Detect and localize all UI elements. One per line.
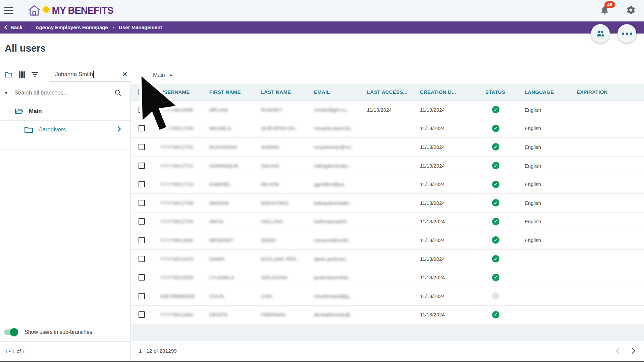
- cell-creation: 11/13/2024: [420, 200, 485, 206]
- chevron-down-icon: ▾: [5, 90, 7, 96]
- table-breadcrumb-main[interactable]: Main: [153, 72, 165, 78]
- triangle-right-icon: ▸: [170, 72, 173, 77]
- table-row[interactable]: YYYY9012692 MESERET DERO meseretdero36..…: [131, 231, 644, 250]
- select-all-checkbox[interactable]: [139, 89, 145, 95]
- cell-creation: 11/13/2024: [420, 144, 485, 150]
- back-label: Back: [10, 24, 22, 30]
- row-checkbox[interactable]: [139, 311, 145, 318]
- table-header-row: USERNAME FIRST NAME LAST NAME EMAIL LAST…: [131, 84, 644, 101]
- cell-language: English: [525, 237, 577, 243]
- cell-first-name: MADINA: [209, 200, 261, 206]
- row-checkbox[interactable]: [139, 237, 145, 243]
- branches-count: 1 - 1 of 1: [5, 348, 25, 354]
- more-actions-button[interactable]: [618, 24, 636, 43]
- table-row[interactable]: YYYY9011094 DENITA FREEMAN denitabloverl…: [131, 306, 644, 324]
- row-checkbox[interactable]: [139, 293, 145, 299]
- table-row[interactable]: YYYY9012708 MADINA BAKAYOKO bakayokomadi…: [131, 194, 644, 213]
- settings-button[interactable]: [626, 5, 637, 16]
- branches-panel: Johanna Smith ✕ ▾ Search all branches...…: [0, 66, 130, 361]
- show-sub-branches-toggle[interactable]: [4, 329, 17, 335]
- menu-icon[interactable]: [4, 7, 13, 14]
- breadcrumb-agency-homepage[interactable]: Agency Employers Homepage: [36, 24, 108, 30]
- row-checkbox[interactable]: [139, 256, 145, 262]
- cell-last-name: BAKAYOKO: [261, 200, 314, 206]
- app-logo[interactable]: ✹ MY BENEFITS: [28, 4, 113, 17]
- table-row[interactable]: 8367990B6558 CHUN CHO chunkchok3@g.. 11/…: [131, 287, 644, 306]
- cell-first-name: MESERET: [209, 237, 261, 243]
- table-row-count: 1 - 12 of 231299: [139, 348, 177, 354]
- columns-view-button[interactable]: [17, 70, 26, 79]
- table-row[interactable]: YYYY9012701 RUKHSANA AHMAN rosyamman@us.…: [131, 138, 644, 157]
- table-row[interactable]: YYYY9012700 MICAELA QUEVEDO-DA.. micaela…: [131, 119, 644, 138]
- column-header-username[interactable]: USERNAME: [160, 89, 209, 95]
- status-badge: [492, 125, 499, 132]
- user-search-input[interactable]: Johanna Smith: [49, 71, 120, 78]
- table-footer: 1 - 12 of 231299: [131, 341, 644, 361]
- table-row[interactable]: YYYY9012713 GABRIEL MILKINI ggmilkini@ya…: [131, 175, 644, 194]
- column-header-status[interactable]: STATUS: [485, 89, 525, 95]
- cell-username: YYYY9010526: [160, 275, 209, 280]
- table-row[interactable]: YYYY9010526 LYUDMILA GOLOVINA lyudmilane…: [131, 268, 644, 287]
- row-checkbox[interactable]: [139, 274, 145, 281]
- sub-branches-toggle-row: Show users in sub-branches: [0, 323, 130, 341]
- cell-first-name: AMYA: [209, 219, 261, 224]
- users-table: Main ▸ USERNAME FIRST NAME LAST NAME EMA…: [131, 66, 644, 361]
- column-header-last-name[interactable]: LAST NAME: [261, 89, 314, 95]
- brand-title: MY BENEFITS: [52, 5, 113, 16]
- branch-item-main[interactable]: Main: [0, 102, 130, 121]
- table-row[interactable]: YYYY9010423 DAWN KOZLARK PER.. dawn.perl…: [131, 250, 644, 268]
- status-badge: [492, 199, 499, 206]
- breadcrumb-user-management[interactable]: User Management: [119, 24, 162, 30]
- cell-creation: 11/13/2024: [420, 125, 485, 131]
- chevron-left-icon: [614, 348, 621, 354]
- cell-email: denitabloverly@..: [314, 312, 367, 317]
- manage-users-button[interactable]: [591, 24, 610, 43]
- cell-first-name: RUKHSANA: [209, 144, 261, 150]
- branch-item-caregivers[interactable]: Caregivers: [0, 121, 130, 139]
- column-header-last-access[interactable]: LAST ACCESS...: [367, 89, 420, 95]
- cell-email: rosyamman@us..: [314, 144, 367, 150]
- table-row[interactable]: YYYY9012704 AMYA HOLLINS hollinsamya03..…: [131, 213, 644, 231]
- next-page-button[interactable]: [629, 346, 638, 356]
- previous-page-button[interactable]: [613, 346, 623, 356]
- cell-email: hollinsamya03..: [314, 219, 367, 224]
- row-checkbox[interactable]: [139, 107, 145, 113]
- cell-creation: 11/13/2024: [420, 256, 485, 262]
- branch-search-input[interactable]: Search all branches...: [14, 89, 68, 96]
- cell-last-name: SALING: [261, 163, 314, 169]
- column-header-expiration[interactable]: EXPIRATION: [577, 89, 644, 95]
- cell-email: bakayokomadin..: [314, 200, 367, 206]
- column-header-first-name[interactable]: FIRST NAME: [209, 89, 261, 95]
- row-checkbox[interactable]: [139, 163, 145, 169]
- chevron-right-icon: [116, 126, 122, 132]
- status-badge: [492, 143, 499, 150]
- row-checkbox[interactable]: [139, 125, 145, 131]
- branch-search-row[interactable]: ▾ Search all branches...: [0, 83, 130, 102]
- chevron-right-icon: [630, 348, 637, 354]
- table-row[interactable]: YYYY9012695 MELANI RUMSEY createdlight.r…: [131, 101, 644, 119]
- table-row[interactable]: YYYY9012712 DOMINIQUE SALING salingdomin…: [131, 157, 644, 175]
- breadcrumb: Agency Employers Homepage › User Managem…: [36, 24, 162, 30]
- expand-branch-button[interactable]: [92, 126, 122, 134]
- row-checkbox[interactable]: [139, 181, 145, 187]
- row-checkbox[interactable]: [139, 200, 145, 206]
- chevron-separator-icon: ›: [113, 25, 114, 30]
- status-badge: [492, 311, 499, 318]
- branch-search-button[interactable]: [113, 88, 123, 98]
- back-button[interactable]: Back: [0, 21, 28, 33]
- table-body: YYYY9012695 MELANI RUMSEY createdlight.r…: [131, 101, 644, 324]
- cell-username: YYYY9012701: [160, 144, 209, 150]
- row-checkbox[interactable]: [139, 144, 145, 150]
- row-checkbox[interactable]: [139, 218, 145, 225]
- column-header-language[interactable]: LANGUAGE: [525, 89, 577, 95]
- cell-language: English: [525, 144, 577, 150]
- branches-view-button[interactable]: [4, 70, 13, 79]
- column-header-email[interactable]: EMAIL: [314, 89, 367, 95]
- chevron-left-icon: [4, 24, 8, 30]
- filter-button[interactable]: [31, 70, 39, 79]
- notifications-button[interactable]: 48: [600, 5, 611, 16]
- column-header-creation[interactable]: CREATION D...: [420, 89, 485, 95]
- close-icon: ✕: [122, 70, 128, 78]
- clear-search-button[interactable]: ✕: [120, 70, 129, 79]
- cell-language: English: [525, 107, 577, 113]
